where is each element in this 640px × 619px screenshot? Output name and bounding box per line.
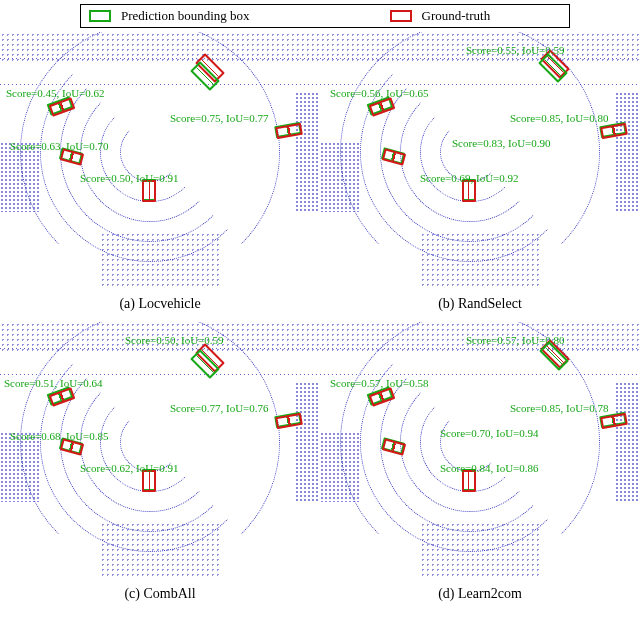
annotation-label: Score=0.75, IoU=0.77 [170,112,269,124]
annotation-label: Score=0.51, IoU=0.64 [4,377,103,389]
annotation-label: Score=0.69, IoU=0.92 [420,172,519,184]
panel-locvehicle: Score=0.45, IoU=0.62 Score=0.75, IoU=0.7… [0,32,320,322]
lidar-scene: Score=0.55, IoU=0.59 Score=0.56, IoU=0.6… [320,32,640,287]
gt-swatch-icon [390,10,412,22]
annotation-label: Score=0.77, IoU=0.76 [170,402,269,414]
annotation-label: Score=0.68, IoU=0.85 [10,430,109,442]
panel-learn2com: Score=0.57, IoU=0.80 Score=0.57, IoU=0.5… [320,322,640,612]
annotation-label: Score=0.57, IoU=0.58 [330,377,429,389]
annotation-label: Score=0.84, IoU=0.86 [440,462,539,474]
pred-swatch-icon [89,10,111,22]
legend-pred-label: Prediction bounding box [121,8,250,24]
lidar-points-icon [0,322,320,577]
annotation-label: Score=0.57, IoU=0.80 [466,334,565,346]
lidar-points-icon [320,32,640,287]
lidar-scene: Score=0.50, IoU=0.59 Score=0.51, IoU=0.6… [0,322,320,577]
annotation-label: Score=0.83, IoU=0.90 [452,137,551,149]
annotation-label: Score=0.70, IoU=0.94 [440,427,539,439]
annotation-label: Score=0.62, IoU=0.91 [80,462,179,474]
panel-comball: Score=0.50, IoU=0.59 Score=0.51, IoU=0.6… [0,322,320,612]
lidar-points-icon [320,322,640,577]
figure-legend: Prediction bounding box Ground-truth [80,4,570,28]
annotation-label: Score=0.85, IoU=0.80 [510,112,609,124]
panel-randselect: Score=0.55, IoU=0.59 Score=0.56, IoU=0.6… [320,32,640,322]
lidar-points-icon [0,32,320,287]
panel-caption: (a) Locvehicle [0,296,320,312]
lidar-scene: Score=0.57, IoU=0.80 Score=0.57, IoU=0.5… [320,322,640,577]
annotation-label: Score=0.55, IoU=0.59 [466,44,565,56]
annotation-label: Score=0.50, IoU=0.91 [80,172,179,184]
annotation-label: Score=0.63, IoU=0.70 [10,140,109,152]
annotation-label: Score=0.50, IoU=0.59 [125,334,224,346]
panel-caption: (b) RandSelect [320,296,640,312]
panel-caption: (d) Learn2com [320,586,640,602]
annotation-label: Score=0.45, IoU=0.62 [6,87,105,99]
legend-gt-label: Ground-truth [422,8,491,24]
panel-caption: (c) CombAll [0,586,320,602]
lidar-scene: Score=0.45, IoU=0.62 Score=0.75, IoU=0.7… [0,32,320,287]
figure-grid: Score=0.45, IoU=0.62 Score=0.75, IoU=0.7… [0,32,640,612]
annotation-label: Score=0.85, IoU=0.78 [510,402,609,414]
annotation-label: Score=0.56, IoU=0.65 [330,87,429,99]
